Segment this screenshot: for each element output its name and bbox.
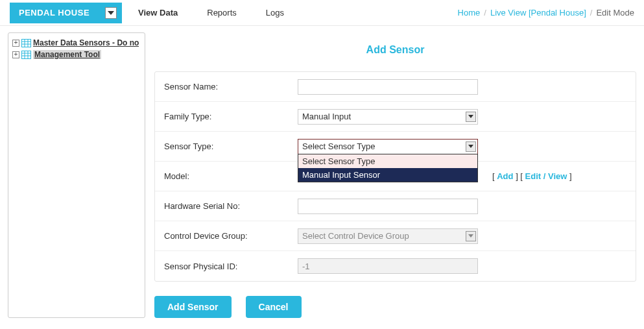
ctrl-group-value: Select Control Device Group [302, 231, 409, 241]
phys-id-input [298, 258, 478, 274]
row-ctrl-group: Control Device Group: Select Control Dev… [155, 221, 636, 251]
tree-item-label: Management Tool [33, 50, 101, 59]
chevron-down-icon [105, 7, 117, 19]
grid-icon [21, 39, 31, 47]
chevron-down-icon [466, 141, 476, 152]
sensor-type-value: Select Sensor Type [302, 141, 376, 151]
main-area: + Master Data Sensors - Do no + Manageme… [0, 26, 644, 324]
chevron-down-icon [466, 112, 476, 122]
sensor-type-dropdown: Select Sensor Type Manual Input Sensor [298, 154, 478, 182]
hw-serial-input[interactable] [298, 199, 478, 214]
sensor-name-input[interactable] [298, 79, 478, 95]
svg-rect-0 [22, 39, 31, 47]
breadcrumb-sep: / [590, 8, 593, 18]
breadcrumb-current: Edit Mode [596, 8, 634, 18]
label-model: Model: [155, 171, 291, 181]
breadcrumb-live-view[interactable]: Live View [Pendal House] [490, 8, 586, 18]
model-links: [ Add ] [ Edit / View ] [492, 171, 572, 181]
label-sensor-type: Sensor Type: [155, 141, 291, 151]
breadcrumb-sep: / [484, 8, 486, 18]
form-panel: Sensor Name: Family Type: Manual Input S… [154, 71, 636, 282]
nav-view-data[interactable]: View Data [138, 8, 178, 18]
breadcrumb: Home / Live View [Pendal House] / Edit M… [458, 8, 634, 18]
button-row: Add Sensor Cancel [154, 296, 636, 318]
svg-rect-5 [22, 51, 31, 58]
house-selector[interactable]: PENDAL HOUSE [10, 3, 122, 23]
row-sensor-name: Sensor Name: [155, 72, 636, 102]
dropdown-option[interactable]: Select Sensor Type [298, 154, 477, 168]
model-add-link[interactable]: Add [497, 171, 513, 181]
content-area: Add Sensor Sensor Name: Family Type: Man… [154, 32, 636, 318]
tree-item-master-data[interactable]: + Master Data Sensors - Do no [12, 38, 141, 47]
tree-item-label: Master Data Sensors - Do no [33, 38, 139, 47]
model-edit-link[interactable]: Edit / View [525, 171, 567, 181]
chevron-down-icon [466, 231, 476, 241]
family-type-value: Manual Input [302, 112, 351, 121]
topbar: PENDAL HOUSE View Data Reports Logs Home… [0, 0, 644, 26]
expand-icon[interactable]: + [12, 40, 19, 47]
row-phys-id: Sensor Physical ID: [155, 251, 636, 281]
label-ctrl-group: Control Device Group: [155, 231, 291, 241]
dropdown-option[interactable]: Manual Input Sensor [298, 168, 477, 182]
row-hw-serial: Hardware Serial No: [155, 191, 636, 221]
label-hw-serial: Hardware Serial No: [155, 201, 291, 211]
grid-icon [21, 51, 31, 59]
label-sensor-name: Sensor Name: [155, 82, 291, 91]
breadcrumb-home[interactable]: Home [458, 8, 481, 18]
cancel-button[interactable]: Cancel [246, 296, 302, 318]
nav-logs[interactable]: Logs [266, 8, 284, 18]
nav-reports[interactable]: Reports [207, 8, 237, 18]
row-sensor-type: Sensor Type: Select Sensor Type Select S… [155, 132, 636, 162]
label-family-type: Family Type: [155, 112, 291, 121]
family-type-select[interactable]: Manual Input [298, 109, 478, 125]
row-family-type: Family Type: Manual Input [155, 102, 636, 132]
page-title: Add Sensor [154, 44, 636, 56]
expand-icon[interactable]: + [12, 51, 19, 58]
house-name: PENDAL HOUSE [19, 8, 89, 18]
sensor-type-select[interactable]: Select Sensor Type [298, 139, 478, 154]
label-phys-id: Sensor Physical ID: [155, 262, 291, 271]
tree-item-management-tool[interactable]: + Management Tool [12, 50, 141, 59]
tree-panel: + Master Data Sensors - Do no + Manageme… [8, 32, 145, 318]
add-sensor-button[interactable]: Add Sensor [154, 296, 232, 318]
ctrl-group-select: Select Control Device Group [298, 228, 478, 244]
